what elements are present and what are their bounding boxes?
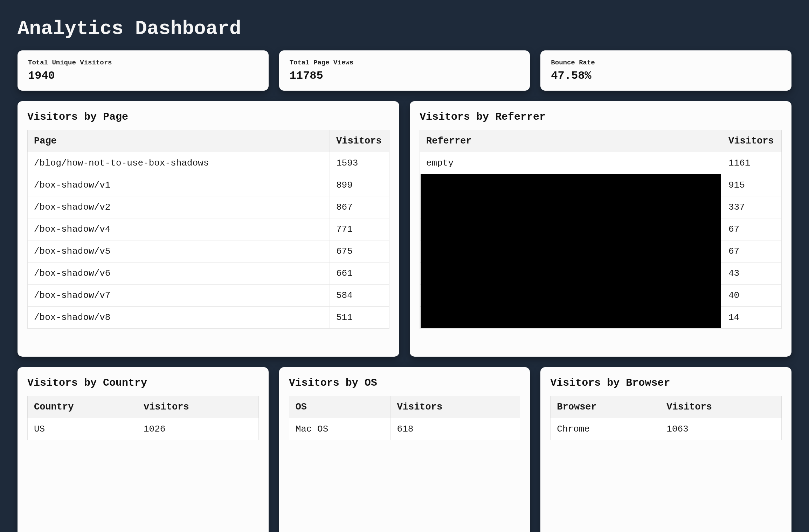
card-row-tables: Visitors by Page Page Visitors /blog/how…: [18, 101, 791, 357]
th-ref-visitors: Visitors: [722, 130, 782, 152]
page-title: Analytics Dashboard: [18, 18, 791, 40]
redaction-overlay: [421, 174, 721, 328]
table-row: Mac OS618: [289, 418, 520, 440]
cell-value: 771: [330, 218, 389, 240]
cell-value: 1063: [660, 418, 782, 440]
cell-value: 337: [722, 196, 782, 218]
table-row: /box-shadow/v1899: [28, 174, 389, 196]
card-country: Visitors by Country Country visitors US1…: [18, 367, 269, 532]
cell-key: US: [28, 418, 137, 440]
cell-value: 1026: [137, 418, 258, 440]
stat-value-pageviews: 11785: [290, 69, 520, 82]
card-title-browser: Visitors by Browser: [550, 377, 782, 389]
th-visitors: Visitors: [330, 130, 389, 152]
cell-value: 584: [330, 285, 389, 307]
cell-key: empty: [420, 152, 722, 174]
th-page: Page: [28, 130, 330, 152]
stat-card-pageviews: Total Page Views 11785: [279, 50, 530, 91]
th-os: OS: [289, 396, 390, 418]
stat-card-bounce: Bounce Rate 47.58%: [540, 50, 791, 91]
stat-value-visitors: 1940: [28, 69, 258, 82]
cell-value: 40: [722, 285, 782, 307]
cell-value: 511: [330, 307, 389, 329]
cell-value: 899: [330, 174, 389, 196]
table-row: /box-shadow/v6661: [28, 262, 389, 285]
cell-value: 867: [330, 196, 389, 218]
stat-card-visitors: Total Unique Visitors 1940: [18, 50, 269, 91]
cell-key: /box-shadow/v5: [28, 240, 330, 262]
cell-value: 43: [722, 262, 782, 285]
cell-key: /box-shadow/v2: [28, 196, 330, 218]
cell-value: 1593: [330, 152, 389, 174]
th-country-visitors: visitors: [137, 396, 258, 418]
cell-key: /box-shadow/v8: [28, 307, 330, 329]
cell-value: 661: [330, 262, 389, 285]
table-row: /box-shadow/v2867: [28, 196, 389, 218]
th-os-visitors: Visitors: [390, 396, 520, 418]
stat-label-pageviews: Total Page Views: [290, 59, 520, 66]
card-title-os: Visitors by OS: [289, 377, 520, 389]
cell-value: 1161: [722, 152, 782, 174]
cell-key: /box-shadow/v7: [28, 285, 330, 307]
table-row: /box-shadow/v7584: [28, 285, 389, 307]
card-title-country: Visitors by Country: [27, 377, 259, 389]
card-pages: Visitors by Page Page Visitors /blog/how…: [18, 101, 399, 357]
cell-value: 675: [330, 240, 389, 262]
table-row: /blog/how-not-to-use-box-shadows1593: [28, 152, 389, 174]
table-row: US1026: [28, 418, 259, 440]
cell-key: /blog/how-not-to-use-box-shadows: [28, 152, 330, 174]
table-country: Country visitors US1026: [27, 396, 259, 440]
stat-row: Total Unique Visitors 1940 Total Page Vi…: [18, 50, 791, 91]
th-browser: Browser: [551, 396, 660, 418]
th-referrer: Referrer: [420, 130, 722, 152]
table-pages: Page Visitors /blog/how-not-to-use-box-s…: [27, 130, 389, 329]
cell-value: 618: [390, 418, 520, 440]
table-row: /box-shadow/v4771: [28, 218, 389, 240]
cell-key: /box-shadow/v1: [28, 174, 330, 196]
cell-key: /box-shadow/v4: [28, 218, 330, 240]
cell-value: 915: [722, 174, 782, 196]
table-row: empty1161: [420, 152, 782, 174]
stat-label-bounce: Bounce Rate: [551, 59, 781, 66]
card-title-pages: Visitors by Page: [27, 111, 389, 123]
table-row: /box-shadow/v8511: [28, 307, 389, 329]
cell-value: 67: [722, 218, 782, 240]
card-title-referrers: Visitors by Referrer: [420, 111, 782, 123]
cell-key: Mac OS: [289, 418, 390, 440]
card-browser: Visitors by Browser Browser Visitors Chr…: [540, 367, 791, 532]
table-browser: Browser Visitors Chrome1063: [550, 396, 782, 440]
stat-label-visitors: Total Unique Visitors: [28, 59, 258, 66]
table-os: OS Visitors Mac OS618: [289, 396, 520, 440]
th-browser-visitors: Visitors: [660, 396, 782, 418]
table-row: Chrome1063: [551, 418, 782, 440]
card-os: Visitors by OS OS Visitors Mac OS618: [279, 367, 530, 532]
stat-value-bounce: 47.58%: [551, 69, 781, 82]
cell-key: /box-shadow/v6: [28, 262, 330, 285]
card-referrers: Visitors by Referrer Referrer Visitors e…: [410, 101, 791, 357]
cell-value: 14: [722, 307, 782, 329]
cell-key: Chrome: [551, 418, 660, 440]
card-row-bottom: Visitors by Country Country visitors US1…: [18, 367, 791, 532]
th-country: Country: [28, 396, 137, 418]
cell-value: 67: [722, 240, 782, 262]
table-row: /box-shadow/v5675: [28, 240, 389, 262]
